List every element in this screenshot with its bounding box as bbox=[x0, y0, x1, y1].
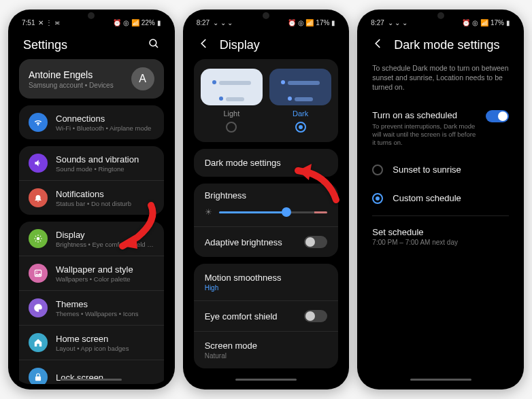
settings-row-themes[interactable]: ThemesThemes • Wallpapers • Icons bbox=[19, 290, 164, 325]
theme-option-dark[interactable]: Dark bbox=[269, 69, 331, 135]
row-subtitle: Wi-Fi • Bluetooth • Airplane mode bbox=[56, 124, 154, 132]
row-title: Wallpaper and style bbox=[56, 264, 154, 275]
dark-mode-settings-row[interactable]: Dark mode settings bbox=[194, 149, 339, 177]
set-schedule-row[interactable]: Set schedule 7:00 PM – 7:00 AM next day bbox=[361, 219, 520, 254]
custom-radio[interactable] bbox=[372, 193, 383, 204]
adaptive-brightness-row[interactable]: Adaptive brightness bbox=[194, 226, 339, 257]
row-title: Themes bbox=[56, 299, 154, 309]
row-subtitle: Wallpapers • Color palette bbox=[56, 275, 154, 283]
page-title: Display bbox=[220, 38, 335, 52]
gesture-bar[interactable] bbox=[410, 379, 471, 381]
row-subtitle: Brightness • Eye comfort shield • Naviga… bbox=[56, 241, 154, 248]
svg-rect-5 bbox=[35, 377, 41, 381]
themes-icon bbox=[29, 298, 48, 317]
light-label: Light bbox=[201, 109, 263, 118]
schedule-description: To schedule Dark mode to turn on between… bbox=[361, 59, 520, 102]
row-title: Home screen bbox=[56, 334, 154, 344]
page-title: Settings bbox=[23, 38, 138, 52]
row-subtitle: Layout • App icon badges bbox=[56, 345, 154, 352]
bell-icon bbox=[29, 188, 48, 207]
row-title: Sounds and vibration bbox=[56, 154, 154, 164]
status-time: 8:27 bbox=[197, 19, 210, 27]
profile-card[interactable]: Antoine Engels Samsung account • Devices… bbox=[19, 59, 164, 99]
row-title: Connections bbox=[56, 114, 154, 124]
back-icon[interactable] bbox=[372, 37, 384, 52]
brightness-row: Brightness ☀ bbox=[194, 184, 339, 226]
dark-label: Dark bbox=[269, 109, 331, 118]
settings-row-wallpaper-and-style[interactable]: Wallpaper and styleWallpapers • Color pa… bbox=[19, 256, 164, 290]
avatar: A bbox=[131, 67, 154, 90]
settings-row-notifications[interactable]: NotificationsStatus bar • Do not disturb bbox=[19, 180, 164, 215]
sunset-option-row[interactable]: Sunset to sunrise bbox=[361, 156, 520, 184]
front-camera-notch bbox=[88, 12, 95, 19]
profile-subtitle: Samsung account • Devices bbox=[29, 82, 124, 89]
svg-line-1 bbox=[155, 45, 158, 48]
turn-on-scheduled-toggle[interactable] bbox=[486, 110, 509, 122]
wifi-icon bbox=[29, 113, 48, 132]
settings-row-display[interactable]: DisplayBrightness • Eye comfort shield •… bbox=[19, 222, 164, 256]
svg-point-4 bbox=[36, 271, 37, 273]
gesture-bar[interactable] bbox=[235, 379, 297, 381]
status-battery: 17% bbox=[316, 19, 329, 27]
brightness-slider[interactable] bbox=[219, 211, 328, 213]
row-title: Lock screen bbox=[56, 372, 154, 383]
wallpaper-icon bbox=[29, 264, 48, 283]
front-camera-notch bbox=[437, 12, 444, 19]
search-icon[interactable] bbox=[148, 37, 160, 52]
adaptive-brightness-toggle[interactable] bbox=[304, 236, 327, 248]
eye-comfort-row[interactable]: Eye comfort shield bbox=[194, 300, 339, 331]
custom-option-row[interactable]: Custom schedule bbox=[361, 184, 520, 213]
status-time: 7:51 bbox=[22, 19, 35, 27]
turn-on-scheduled-row[interactable]: Turn on as scheduled To prevent interrup… bbox=[361, 102, 520, 156]
lock-icon bbox=[29, 368, 48, 384]
phone-settings: 7:51 ✕ ⋮ ≍ ⏰ ◎ 📶22%▮ Settings Antoine En… bbox=[8, 10, 175, 389]
row-title: Notifications bbox=[56, 189, 154, 199]
phone-display: 8:27 ⌄ ⌄ ⌄ ⏰ ◎ 📶17%▮ Display Light bbox=[183, 10, 350, 389]
display-icon bbox=[29, 229, 48, 248]
gesture-bar[interactable] bbox=[61, 379, 122, 381]
front-camera-notch bbox=[263, 12, 269, 19]
status-battery: 22% bbox=[142, 19, 155, 27]
theme-picker: Light Dark bbox=[194, 59, 339, 142]
home-icon bbox=[29, 333, 48, 352]
row-title: Display bbox=[56, 230, 154, 240]
profile-name: Antoine Engels bbox=[29, 69, 124, 80]
eye-comfort-toggle[interactable] bbox=[304, 310, 327, 322]
light-radio[interactable] bbox=[226, 122, 237, 133]
back-icon[interactable] bbox=[198, 37, 210, 52]
sound-icon bbox=[29, 154, 48, 173]
light-theme-thumb bbox=[201, 69, 263, 105]
status-time: 8:27 bbox=[371, 19, 384, 27]
screen-mode-row[interactable]: Screen mode Natural bbox=[194, 331, 339, 368]
settings-row-connections[interactable]: ConnectionsWi-Fi • Bluetooth • Airplane … bbox=[19, 105, 164, 139]
divider bbox=[372, 215, 509, 216]
row-subtitle: Sound mode • Ringtone bbox=[56, 165, 154, 173]
row-subtitle: Themes • Wallpapers • Icons bbox=[56, 310, 154, 317]
status-battery: 17% bbox=[491, 19, 504, 27]
brightness-low-icon: ☀ bbox=[205, 207, 212, 217]
phone-dark-mode-settings: 8:27 ⌄ ⌄ ⌄ ⏰ ◎ 📶17%▮ Dark mode settings … bbox=[357, 10, 524, 389]
row-subtitle: Status bar • Do not disturb bbox=[56, 200, 154, 207]
theme-option-light[interactable]: Light bbox=[201, 69, 263, 135]
svg-point-2 bbox=[37, 237, 40, 241]
motion-smoothness-row[interactable]: Motion smoothness High bbox=[194, 264, 339, 300]
settings-row-home-screen[interactable]: Home screenLayout • App icon badges bbox=[19, 325, 164, 360]
page-title: Dark mode settings bbox=[394, 38, 509, 52]
svg-point-0 bbox=[150, 39, 156, 46]
settings-row-sounds-and-vibration[interactable]: Sounds and vibrationSound mode • Rington… bbox=[19, 146, 164, 180]
dark-theme-thumb bbox=[269, 69, 331, 105]
sunset-radio[interactable] bbox=[372, 164, 383, 175]
dark-radio[interactable] bbox=[295, 122, 306, 133]
